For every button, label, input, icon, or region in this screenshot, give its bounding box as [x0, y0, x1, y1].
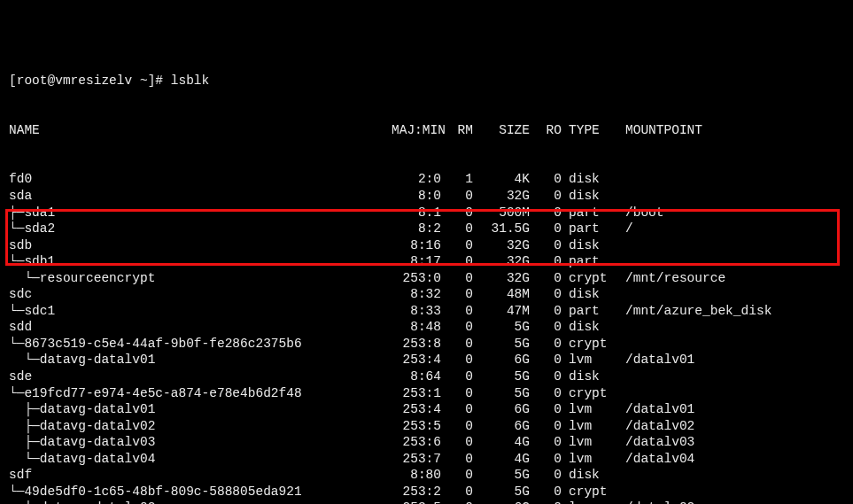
- cell-rm: 0: [441, 286, 473, 303]
- table-row: fd02:014K0disk: [9, 171, 844, 188]
- cell-size: 32G: [473, 270, 530, 287]
- cell-majmin: 253:5: [392, 418, 441, 435]
- table-row: sdd8:4805G0disk: [9, 319, 844, 336]
- cell-type: part: [562, 303, 613, 320]
- cell-majmin: 253:4: [392, 352, 441, 368]
- device-name: ├─datavg-datalv03: [9, 434, 392, 451]
- col-type: TYPE: [562, 122, 613, 139]
- cell-mountpoint: /datalv04: [613, 451, 844, 468]
- cell-majmin: 8:2: [392, 221, 441, 237]
- cell-size: 500M: [473, 205, 530, 221]
- cell-majmin: 253:0: [392, 270, 441, 287]
- device-name: └─e19fcd77-e974-4e5c-a874-e78e4b6d2f48: [9, 385, 392, 402]
- cell-majmin: 8:1: [392, 205, 441, 221]
- cell-rm: 1: [441, 171, 473, 188]
- table-row: └─e19fcd77-e974-4e5c-a874-e78e4b6d2f4825…: [9, 385, 844, 402]
- cell-majmin: 253:4: [392, 401, 441, 418]
- cell-type: part: [562, 205, 613, 221]
- cell-mountpoint: /mnt/resource: [613, 270, 844, 287]
- cell-type: crypt: [562, 270, 613, 287]
- cell-size: 5G: [473, 385, 530, 402]
- cell-size: 4K: [473, 171, 530, 188]
- table-row: ├─datavg-datalv02253:506G0lvm/datalv02: [9, 500, 844, 504]
- cell-rm: 0: [441, 221, 473, 237]
- device-name: sdd: [9, 319, 392, 336]
- cell-ro: 0: [530, 286, 562, 303]
- table-row: └─resourceencrypt253:0032G0crypt/mnt/res…: [9, 270, 844, 287]
- terminal-prompt-line: [root@vmresizelv ~]# lsblk: [9, 73, 844, 89]
- cell-rm: 0: [441, 352, 473, 368]
- device-name: └─datavg-datalv01: [9, 352, 392, 368]
- device-name: ├─sda1: [9, 205, 392, 221]
- table-row: sdf8:8005G0disk: [9, 467, 844, 484]
- cell-type: disk: [562, 368, 613, 385]
- col-size: SIZE: [473, 122, 530, 139]
- table-row: └─8673c519-c5e4-44af-9b0f-fe286c2375b625…: [9, 336, 844, 353]
- cell-type: crypt: [562, 385, 613, 402]
- cell-mountpoint: /datalv02: [613, 500, 844, 504]
- cell-size: 32G: [473, 188, 530, 205]
- col-ro: RO: [530, 122, 562, 139]
- cell-majmin: 8:33: [392, 303, 441, 320]
- device-name: sde: [9, 368, 392, 385]
- device-name: └─sda2: [9, 221, 392, 237]
- cell-size: 47M: [473, 303, 530, 320]
- cell-size: 5G: [473, 467, 530, 484]
- cell-majmin: 253:6: [392, 434, 441, 451]
- cell-ro: 0: [530, 171, 562, 188]
- cell-mountpoint: /datalv02: [613, 418, 844, 435]
- device-name: └─49de5df0-1c65-48bf-809c-588805eda921: [9, 484, 392, 500]
- cell-mountpoint: [613, 286, 844, 303]
- cell-rm: 0: [441, 500, 473, 504]
- cell-size: 5G: [473, 336, 530, 353]
- cell-majmin: 8:17: [392, 253, 441, 270]
- device-name: └─sdb1: [9, 253, 392, 270]
- device-name: ├─datavg-datalv02: [9, 418, 392, 435]
- table-row: ├─datavg-datalv03253:604G0lvm/datalv03: [9, 434, 844, 451]
- cell-ro: 0: [530, 368, 562, 385]
- lsblk-body: fd02:014K0disksda8:0032G0disk├─sda18:105…: [9, 171, 844, 504]
- device-name: sda: [9, 188, 392, 205]
- cell-ro: 0: [530, 352, 562, 368]
- cell-type: disk: [562, 237, 613, 254]
- cell-mountpoint: /mnt/azure_bek_disk: [613, 303, 844, 320]
- cell-mountpoint: [613, 171, 844, 188]
- cell-ro: 0: [530, 467, 562, 484]
- cell-majmin: 8:80: [392, 467, 441, 484]
- cell-size: 32G: [473, 237, 530, 254]
- cell-type: lvm: [562, 434, 613, 451]
- cell-size: 6G: [473, 352, 530, 368]
- device-name: sdf: [9, 467, 392, 484]
- cell-mountpoint: [613, 368, 844, 385]
- cell-rm: 0: [441, 467, 473, 484]
- cell-majmin: 253:1: [392, 385, 441, 402]
- cell-rm: 0: [441, 401, 473, 418]
- cell-size: 32G: [473, 253, 530, 270]
- cell-ro: 0: [530, 484, 562, 500]
- cell-rm: 0: [441, 385, 473, 402]
- cell-majmin: 8:48: [392, 319, 441, 336]
- cell-majmin: 2:0: [392, 171, 441, 188]
- cell-size: 5G: [473, 368, 530, 385]
- cell-mountpoint: /datalv01: [613, 401, 844, 418]
- col-majmin: MAJ:MIN: [392, 122, 441, 139]
- table-row: └─datavg-datalv04253:704G0lvm/datalv04: [9, 451, 844, 468]
- table-row: └─sdb18:17032G0part: [9, 253, 844, 270]
- table-row: └─49de5df0-1c65-48bf-809c-588805eda92125…: [9, 484, 844, 500]
- cell-mountpoint: [613, 336, 844, 353]
- device-name: fd0: [9, 171, 392, 188]
- cell-ro: 0: [530, 434, 562, 451]
- cell-type: crypt: [562, 484, 613, 500]
- cell-size: 31.5G: [473, 221, 530, 237]
- cell-mountpoint: [613, 385, 844, 402]
- cell-majmin: 253:2: [392, 484, 441, 500]
- cell-type: lvm: [562, 500, 613, 504]
- cell-ro: 0: [530, 253, 562, 270]
- cell-ro: 0: [530, 385, 562, 402]
- cell-mountpoint: /boot: [613, 205, 844, 221]
- cell-size: 48M: [473, 286, 530, 303]
- cell-size: 5G: [473, 484, 530, 500]
- table-row: ├─datavg-datalv02253:506G0lvm/datalv02: [9, 418, 844, 435]
- cell-rm: 0: [441, 303, 473, 320]
- cell-rm: 0: [441, 205, 473, 221]
